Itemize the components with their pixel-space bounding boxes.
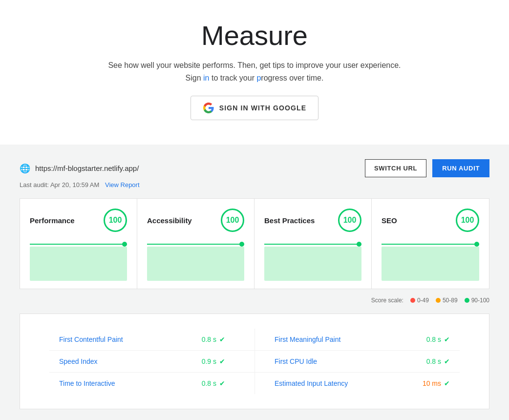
score-card-best-practices: Best Practices 100 xyxy=(254,199,372,289)
score-circle: 100 xyxy=(104,209,127,232)
metric-label: Estimated Input Latency xyxy=(275,379,348,387)
view-report-link[interactable]: View Report xyxy=(105,181,140,189)
scale-dot-red xyxy=(410,298,415,303)
score-label: Performance xyxy=(30,216,75,225)
metric-item-right-2: Estimated Input Latency 10 ms ✔ xyxy=(254,373,460,394)
score-scale: Score scale: 0-49 50-89 90-100 xyxy=(20,297,489,304)
score-thumbnail xyxy=(264,247,361,281)
score-bar-container xyxy=(147,240,244,281)
score-thumbnail xyxy=(147,247,244,281)
metric-item-left-0: First Contentful Paint 0.8 s ✔ xyxy=(49,329,254,351)
url-display: 🌐 https://mf-blogstarter.netlify.app/ xyxy=(20,163,139,174)
last-audit-info: Last audit: Apr 20, 10:59 AM View Report xyxy=(20,181,489,189)
score-bar-container xyxy=(264,240,361,281)
metric-value: 0.8 s ✔ xyxy=(426,357,450,365)
score-label: Best Practices xyxy=(264,216,315,225)
audit-url: https://mf-blogstarter.netlify.app/ xyxy=(35,164,139,172)
metric-item-left-2: Time to Interactive 0.8 s ✔ xyxy=(49,373,254,394)
subtitle-line2: Sign in to track your progress over time… xyxy=(186,74,324,82)
score-card-seo: SEO 100 xyxy=(372,199,489,289)
metrics-section: First Contentful Paint 0.8 s ✔ Speed Ind… xyxy=(20,314,489,409)
metric-value: 0.9 s ✔ xyxy=(202,357,225,365)
score-card-accessibility: Accessibility 100 xyxy=(137,199,254,289)
scores-grid: Performance 100 Accessibility 100 Best P… xyxy=(20,198,489,289)
score-card-header: Performance 100 xyxy=(30,209,127,232)
score-card-header: SEO 100 xyxy=(382,209,479,232)
metric-value: 0.8 s ✔ xyxy=(202,379,225,387)
metric-label: First CPU Idle xyxy=(275,357,317,365)
metric-value: 0.8 s ✔ xyxy=(426,336,450,343)
metric-label: Time to Interactive xyxy=(59,379,115,387)
score-card-performance: Performance 100 xyxy=(20,199,137,289)
score-circle: 100 xyxy=(221,209,244,232)
score-line xyxy=(147,244,244,245)
metric-label: First Meaningful Paint xyxy=(275,336,340,343)
google-signin-button[interactable]: SIGN IN WITH GOOGLE xyxy=(191,96,318,120)
google-g-icon xyxy=(203,102,214,114)
check-icon: ✔ xyxy=(219,357,225,365)
signin-button-label: SIGN IN WITH GOOGLE xyxy=(219,104,306,112)
check-icon: ✔ xyxy=(444,336,450,343)
subtitle: See how well your website performs. Then… xyxy=(10,59,499,84)
scale-dot-orange xyxy=(436,298,441,303)
score-circle: 100 xyxy=(456,209,479,232)
switch-url-button[interactable]: SWITCH URL xyxy=(365,159,426,177)
scale-item-red: 0-49 xyxy=(410,297,429,304)
score-card-header: Accessibility 100 xyxy=(147,209,244,232)
metric-value: 0.8 s ✔ xyxy=(202,336,225,343)
score-bar-container xyxy=(30,240,127,281)
metric-item-left-1: Speed Index 0.9 s ✔ xyxy=(49,351,254,373)
check-icon: ✔ xyxy=(444,379,450,387)
metric-label: First Contentful Paint xyxy=(59,336,123,343)
audit-section: 🌐 https://mf-blogstarter.netlify.app/ SW… xyxy=(0,145,509,420)
score-thumbnail xyxy=(30,247,127,281)
scale-item-green: 90-100 xyxy=(465,297,489,304)
metric-item-right-1: First CPU Idle 0.8 s ✔ xyxy=(254,351,460,373)
header-section: Measure See how well your website perfor… xyxy=(0,0,509,145)
check-icon: ✔ xyxy=(219,379,225,387)
score-card-header: Best Practices 100 xyxy=(264,209,361,232)
metric-label: Speed Index xyxy=(59,357,98,365)
score-bar-container xyxy=(382,240,479,281)
audit-buttons: SWITCH URL RUN AUDIT xyxy=(365,159,489,177)
score-label: Accessibility xyxy=(147,216,192,225)
metrics-left-col: First Contentful Paint 0.8 s ✔ Speed Ind… xyxy=(49,329,254,394)
globe-icon: 🌐 xyxy=(20,163,30,174)
metric-value: 10 ms ✔ xyxy=(423,379,450,387)
metric-item-right-0: First Meaningful Paint 0.8 s ✔ xyxy=(254,329,460,351)
score-thumbnail xyxy=(382,247,479,281)
score-line xyxy=(30,244,127,245)
run-audit-button[interactable]: RUN AUDIT xyxy=(432,159,489,177)
page-title: Measure xyxy=(10,20,499,51)
scale-dot-green xyxy=(465,298,469,303)
metrics-two-col: First Contentful Paint 0.8 s ✔ Speed Ind… xyxy=(49,329,460,394)
score-line xyxy=(382,244,479,245)
metrics-right-col: First Meaningful Paint 0.8 s ✔ First CPU… xyxy=(254,329,460,394)
scale-item-orange: 50-89 xyxy=(436,297,458,304)
check-icon: ✔ xyxy=(219,336,225,343)
score-line xyxy=(264,244,361,245)
audit-url-bar: 🌐 https://mf-blogstarter.netlify.app/ SW… xyxy=(20,159,489,177)
check-icon: ✔ xyxy=(444,357,450,365)
score-label: SEO xyxy=(382,216,397,225)
score-circle: 100 xyxy=(338,209,361,232)
